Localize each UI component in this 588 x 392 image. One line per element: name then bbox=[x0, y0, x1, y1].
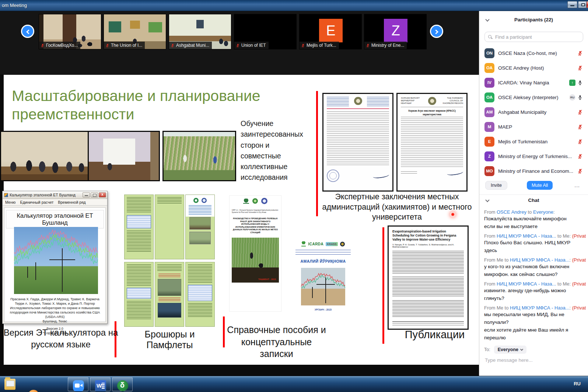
chat-header-part: to bbox=[526, 209, 533, 215]
window-title: om Meeting bbox=[2, 3, 27, 8]
video-participant-name: Ministry of Ene... bbox=[371, 43, 404, 48]
participant-row[interactable]: AM Ashgabat Municipality bbox=[479, 105, 588, 119]
brochure-panel bbox=[185, 195, 215, 259]
muted-mic-icon bbox=[301, 43, 305, 48]
video-thumbnail[interactable]: The Union of I... bbox=[104, 14, 166, 49]
more-options-button[interactable]: ... bbox=[572, 182, 582, 189]
letter-rule bbox=[401, 107, 463, 107]
letter-footer-lines bbox=[401, 171, 417, 174]
chat-header-part: From bbox=[484, 209, 497, 215]
brochure-panel bbox=[185, 262, 215, 327]
participant-name: Ministry of Energy of Turkmenis... bbox=[498, 154, 574, 159]
letterhead-text-block bbox=[367, 97, 389, 106]
brochure-panel bbox=[124, 195, 154, 259]
prev-videos-button[interactable] bbox=[21, 25, 34, 38]
panel-divider bbox=[479, 195, 588, 195]
taskbar: RU bbox=[0, 376, 588, 392]
muted-mic-icon bbox=[577, 65, 583, 71]
word-taskbar-button[interactable] bbox=[90, 377, 111, 391]
chat-header-part: From bbox=[484, 233, 497, 239]
chat-header-part: to Me: bbox=[556, 281, 572, 287]
participant-search[interactable] bbox=[484, 32, 583, 42]
muted-mic-icon bbox=[171, 43, 175, 48]
weather-mast bbox=[325, 277, 326, 303]
video-participant-name: ГосКомВодХо... bbox=[46, 43, 78, 48]
caption-brochures: Брошюры и Памфлеты bbox=[121, 329, 218, 350]
manual-cover-ru: CRP 1.1 - DryLand Systems Integrated Agr… bbox=[229, 195, 281, 312]
emblem-seal-icon bbox=[354, 97, 362, 105]
zoom-icon bbox=[73, 380, 84, 391]
chat-message-header: From Me to НИЦ МКУР МФСА - Наза...: (Pri… bbox=[484, 257, 586, 263]
participant-row[interactable]: E Mejlis of Turkmenistan bbox=[479, 134, 588, 149]
chat-message-header: From OSCE Andrey to Everyone: bbox=[484, 209, 586, 215]
chat-message-line: извините. агенду где-нибудь можно bbox=[484, 287, 586, 294]
avatar-letter-tile: E bbox=[319, 19, 343, 42]
muted-mic-icon bbox=[577, 50, 583, 56]
collapse-chat-icon[interactable] bbox=[485, 198, 489, 202]
et-field-photo bbox=[14, 227, 98, 294]
round-stamp-icon bbox=[327, 169, 339, 182]
et-maximize-button bbox=[91, 192, 98, 197]
participant-name: OSCE Andrey (Host) bbox=[498, 65, 574, 71]
green-app-taskbar-button[interactable] bbox=[112, 377, 133, 391]
screen-share-badge: ↑ bbox=[569, 80, 575, 86]
zoom-taskbar-button[interactable] bbox=[68, 377, 88, 391]
close-button[interactable] bbox=[586, 1, 588, 8]
chevron-left-icon bbox=[26, 29, 31, 34]
weather-mast-arm bbox=[316, 284, 335, 285]
participant-avatar: OA bbox=[484, 63, 494, 73]
publication-footnotes bbox=[392, 321, 464, 326]
uz-cover-photo bbox=[301, 268, 345, 305]
brochure-panel bbox=[155, 262, 184, 327]
chat-message-line: у кого-то из участников был включен bbox=[484, 263, 586, 270]
chat-message-line: получали? bbox=[484, 318, 586, 326]
caption-et-calculator: Версия ЭТ калькулятора на русском языке bbox=[2, 327, 120, 351]
search-input[interactable] bbox=[494, 34, 580, 40]
muted-mic-icon bbox=[105, 43, 109, 48]
participant-avatar: OA bbox=[484, 92, 494, 102]
participant-name: OSCE Aleksey (Interpreter) bbox=[498, 95, 566, 100]
chart-overlay bbox=[301, 269, 345, 288]
explorer-icon[interactable] bbox=[4, 379, 15, 390]
video-thumbnail[interactable]: Union of IET bbox=[234, 14, 297, 49]
cgiar-logo-icon bbox=[301, 241, 306, 246]
chat-header-part: (Private bbox=[572, 281, 586, 287]
video-thumbnail[interactable]: Z Ministry of Ene... bbox=[364, 14, 427, 49]
word-icon bbox=[95, 380, 106, 391]
participant-row[interactable]: IV ICARDA: Vinay Nangia ↑ bbox=[479, 75, 588, 90]
chat-message: From Me to НИЦ МКУР МФСА - Наза...: (Pri… bbox=[484, 257, 586, 278]
mute-all-button[interactable]: Mute All bbox=[527, 181, 553, 190]
participant-row[interactable]: OA OSCE Aleksey (Interpreter) RU bbox=[479, 90, 588, 105]
participant-row[interactable]: OA OSCE Andrey (Host) bbox=[479, 60, 588, 75]
video-name-label: Mejlis of Turk... bbox=[300, 42, 339, 49]
chat-header-part: Everyone bbox=[533, 209, 553, 215]
participant-row[interactable]: M MAEP bbox=[479, 119, 588, 134]
participants-header: Participants (22) bbox=[479, 17, 588, 22]
collapse-participants-icon[interactable] bbox=[485, 17, 489, 21]
minimize-button[interactable] bbox=[567, 1, 577, 8]
letter-body-lines bbox=[401, 117, 463, 168]
participant-row[interactable]: ON OSCE Naza (Co-host, me) bbox=[479, 46, 588, 60]
letter-body-lines bbox=[327, 111, 389, 167]
participant-row[interactable]: Z Ministry of Energy of Turkmenis... bbox=[479, 149, 588, 164]
et-menubar: МенюЕдиничный расчетВременной ряд bbox=[3, 199, 107, 206]
invite-button[interactable]: Invite bbox=[485, 181, 507, 190]
university-logo-icon bbox=[261, 198, 267, 204]
participant-name: OSCE Naza (Co-host, me) bbox=[498, 50, 574, 56]
chat-title: Chat bbox=[528, 197, 539, 203]
chat-header-part: : bbox=[553, 209, 555, 215]
side-panel: Participants (22) ON OSCE Naza (Co-host,… bbox=[479, 11, 588, 376]
et-window-title: Калькулятор эталонной ЕТ Бушланд bbox=[10, 193, 76, 197]
chat-message-input[interactable] bbox=[484, 357, 584, 363]
next-videos-button[interactable] bbox=[430, 25, 443, 38]
video-thumbnail[interactable]: ГосКомВодХо... bbox=[39, 14, 101, 49]
video-strip: ГосКомВодХо... The Union of I... Ashgaba… bbox=[0, 11, 479, 74]
video-thumbnail[interactable]: E Mejlis of Turk... bbox=[299, 14, 362, 49]
chat-header-part: : bbox=[570, 257, 572, 263]
chat-message-header: From НИЦ МКУР МФСА - Наза... to Me: (Pri… bbox=[484, 233, 586, 239]
video-thumbnail[interactable]: Ashgabat Muni... bbox=[169, 14, 231, 49]
media-player-icon[interactable] bbox=[28, 390, 39, 392]
to-recipient-dropdown[interactable]: Everyone bbox=[494, 346, 526, 354]
participant-row[interactable]: MO Ministry of Finance and Econom... bbox=[479, 164, 588, 178]
chat-message-line: если хотите дайте мне Ваш имейл я bbox=[484, 326, 586, 334]
